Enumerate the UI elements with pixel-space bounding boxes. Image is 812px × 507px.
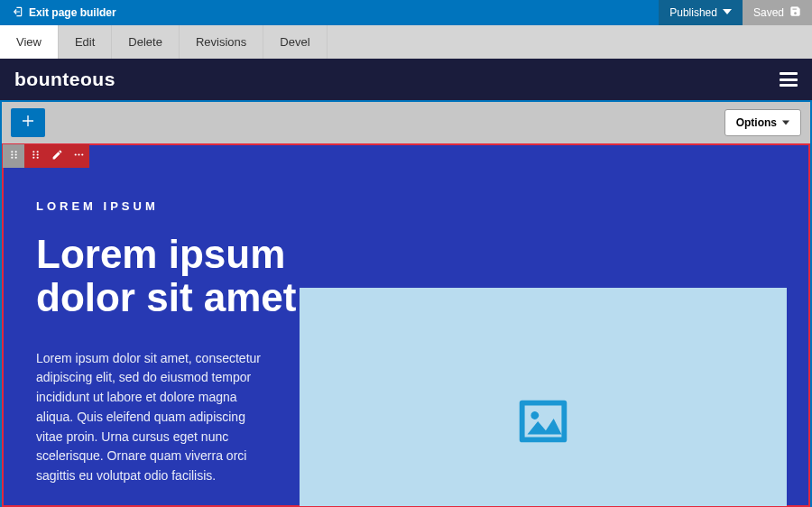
svg-point-5 xyxy=(14,157,16,159)
admin-spacer xyxy=(127,0,660,25)
builder-canvas[interactable]: LOREM IPSUM Lorem ipsum dolor sit amet L… xyxy=(2,143,810,507)
add-component-button[interactable] xyxy=(11,108,45,137)
save-icon xyxy=(789,5,801,20)
hero-body-text: Lorem ipsum dolor sit amet, consectetur … xyxy=(36,349,271,486)
chevron-down-icon xyxy=(723,6,732,19)
block-contextual-tools xyxy=(3,144,89,168)
svg-point-10 xyxy=(32,157,34,159)
plus-icon xyxy=(21,114,35,132)
svg-point-4 xyxy=(11,157,13,159)
saved-status: Saved xyxy=(743,0,812,25)
exit-icon xyxy=(11,5,23,21)
options-dropdown[interactable]: Options xyxy=(724,109,801,136)
svg-point-0 xyxy=(11,151,13,152)
svg-point-1 xyxy=(14,151,16,152)
svg-point-3 xyxy=(14,153,16,155)
tab-delete[interactable]: Delete xyxy=(112,25,180,59)
svg-point-14 xyxy=(81,153,83,155)
ellipsis-icon xyxy=(73,148,85,164)
exit-page-builder-button[interactable]: Exit page builder xyxy=(0,0,127,25)
image-placeholder-icon xyxy=(506,390,580,456)
drag-handle-block[interactable] xyxy=(24,144,46,168)
svg-point-6 xyxy=(32,151,34,152)
site-logo-text: bounteous xyxy=(14,69,115,90)
builder-toolbar: Options xyxy=(2,102,810,143)
svg-point-11 xyxy=(36,157,38,159)
svg-point-9 xyxy=(36,153,38,155)
pencil-icon xyxy=(51,148,63,164)
site-header: bounteous xyxy=(0,59,812,100)
svg-point-8 xyxy=(32,153,34,155)
tab-edit[interactable]: Edit xyxy=(59,25,112,59)
hero-eyebrow: LOREM IPSUM xyxy=(36,199,808,213)
publish-status-label: Published xyxy=(669,6,717,19)
tab-devel[interactable]: Devel xyxy=(263,25,327,59)
drag-dots-icon xyxy=(30,148,42,164)
exit-label: Exit page builder xyxy=(29,6,116,19)
tab-view[interactable]: View xyxy=(0,25,59,59)
tab-revisions[interactable]: Revisions xyxy=(180,25,263,59)
edit-block-button[interactable] xyxy=(46,144,68,168)
hero-block[interactable]: LOREM IPSUM Lorem ipsum dolor sit amet L… xyxy=(3,144,809,506)
publish-status-dropdown[interactable]: Published xyxy=(659,0,743,25)
local-tasks-tabs: View Edit Delete Revisions Devel xyxy=(0,25,812,59)
options-label: Options xyxy=(736,116,777,129)
caret-down-icon xyxy=(782,116,789,129)
hero-image-placeholder[interactable] xyxy=(300,288,787,507)
menu-hamburger-icon[interactable] xyxy=(780,72,798,87)
page-builder-frame: Options xyxy=(0,100,812,507)
more-actions-button[interactable] xyxy=(68,144,89,168)
svg-point-7 xyxy=(36,151,38,152)
drag-dots-icon xyxy=(8,148,20,164)
svg-point-2 xyxy=(11,153,13,155)
saved-label: Saved xyxy=(753,6,784,19)
drag-handle-row[interactable] xyxy=(3,144,24,168)
svg-point-13 xyxy=(78,153,79,155)
svg-point-12 xyxy=(74,153,76,155)
admin-bar: Exit page builder Published Saved xyxy=(0,0,812,25)
hero-headline: Lorem ipsum dolor sit amet xyxy=(36,233,307,320)
